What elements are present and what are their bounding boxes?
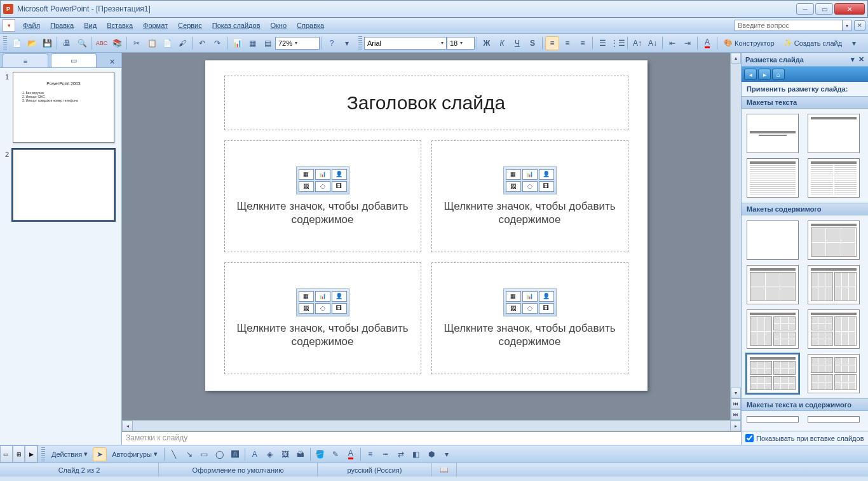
line-tool[interactable]: ╲ xyxy=(167,447,181,461)
layout-title-two-text[interactable] xyxy=(808,158,860,198)
copy-button[interactable]: 📋 xyxy=(145,36,159,50)
toolbar-options-button-2[interactable]: ▾ xyxy=(847,36,861,50)
increase-font-button[interactable]: A↑ xyxy=(630,36,644,50)
taskpane-forward-button[interactable]: ▸ xyxy=(758,69,771,80)
minimize-button[interactable]: ─ xyxy=(796,3,814,15)
status-language[interactable]: русский (Россия) xyxy=(318,463,432,477)
toolbar-grip[interactable] xyxy=(3,36,7,50)
prev-slide-button[interactable]: ⏮ xyxy=(731,398,741,409)
taskpane-back-button[interactable]: ◂ xyxy=(744,69,757,80)
horizontal-scrollbar[interactable]: ◂ ▸ xyxy=(122,420,741,431)
content-icon-palette[interactable]: ▦📊👤🖼◌🎞 xyxy=(296,166,349,194)
layout-text-content-1[interactable] xyxy=(747,416,799,423)
shadow-style-button[interactable]: ◧ xyxy=(409,447,423,461)
dash-style-button[interactable]: ┅ xyxy=(379,447,393,461)
picture-button[interactable]: 🏔 xyxy=(294,447,308,461)
menu-view[interactable]: Вид xyxy=(79,20,102,31)
shadow-button[interactable]: S xyxy=(526,36,539,50)
close-button[interactable]: ✕ xyxy=(834,3,865,15)
decrease-font-button[interactable]: A↓ xyxy=(646,36,660,50)
layout-title-text[interactable] xyxy=(747,158,799,198)
cut-button[interactable]: ✂ xyxy=(130,36,144,50)
slide-thumbnail-2[interactable] xyxy=(13,149,114,220)
layout-title-slide[interactable] xyxy=(747,114,799,153)
actions-menu[interactable]: Действия▾ xyxy=(47,447,92,461)
scroll-track-h[interactable] xyxy=(133,421,730,431)
scroll-track[interactable] xyxy=(731,64,741,388)
content-placeholder-1[interactable]: ▦📊👤🖼◌🎞 Щелкните значок, чтобы добавить с… xyxy=(224,140,421,252)
fill-color-button[interactable]: 🪣 xyxy=(313,447,327,461)
document-close-button[interactable]: ✕ xyxy=(854,20,865,30)
clipart-button[interactable]: 🖼 xyxy=(278,447,292,461)
status-spellcheck-icon[interactable]: 📖 xyxy=(432,463,457,477)
toolbar-options-button-3[interactable]: ▾ xyxy=(440,447,454,461)
title-placeholder[interactable]: Заголовок слайда xyxy=(224,76,628,130)
bullet-list-button[interactable]: ⋮☰ xyxy=(611,36,625,50)
underline-button[interactable]: Ч xyxy=(510,36,524,50)
insert-chart-button[interactable]: 📊 xyxy=(230,36,244,50)
layout-gallery[interactable]: Макеты текста Макеты содержимого Макеты … xyxy=(742,96,868,431)
italic-button[interactable]: К xyxy=(495,36,509,50)
vertical-scrollbar[interactable]: ▴ ▾ ⏮ ⏭ xyxy=(730,53,741,420)
increase-indent-button[interactable]: ⇥ xyxy=(681,36,695,50)
tables-borders-button[interactable]: ▤ xyxy=(261,36,275,50)
content-icon-palette[interactable]: ▦📊👤🖼◌🎞 xyxy=(503,288,557,316)
menu-file[interactable]: Файл xyxy=(18,20,45,31)
arrow-style-button[interactable]: ⇄ xyxy=(394,447,408,461)
slideshow-view-button[interactable]: ▶ xyxy=(25,445,37,463)
menu-edit[interactable]: Правка xyxy=(45,20,79,31)
scroll-up-button[interactable]: ▴ xyxy=(731,53,741,64)
spellcheck-button[interactable]: ABC xyxy=(95,36,109,50)
align-left-button[interactable]: ≡ xyxy=(545,36,559,50)
normal-view-button[interactable]: ▭ xyxy=(0,445,13,463)
numbered-list-button[interactable]: ☰ xyxy=(595,36,609,50)
menu-window[interactable]: Окно xyxy=(266,20,292,31)
layout-four-content[interactable] xyxy=(808,354,860,393)
research-button[interactable]: 📚 xyxy=(110,36,124,50)
save-button[interactable]: 💾 xyxy=(40,36,54,50)
content-placeholder-4[interactable]: ▦📊👤🖼◌🎞 Щелкните значок, чтобы добавить с… xyxy=(431,262,628,374)
textbox-tool[interactable]: 🅰 xyxy=(228,447,242,461)
layout-title-only[interactable] xyxy=(808,114,860,153)
menu-insert[interactable]: Вставка xyxy=(102,20,138,31)
menu-slideshow[interactable]: Показ слайдов xyxy=(207,20,266,31)
slide-thumbnail-1[interactable]: PowerPoint 2003 1. Без вирусов 2. Импорт… xyxy=(13,72,114,143)
taskpane-home-button[interactable]: ⌂ xyxy=(772,69,785,80)
scroll-left-button[interactable]: ◂ xyxy=(122,421,133,431)
toolbar-grip-2[interactable] xyxy=(358,36,362,50)
next-slide-button[interactable]: ⏭ xyxy=(731,409,741,420)
toolbar-options-button[interactable]: ▾ xyxy=(340,36,354,50)
layout-text-content-2[interactable] xyxy=(808,416,860,423)
content-placeholder-2[interactable]: ▦📊👤🖼◌🎞 Щелкните значок, чтобы добавить с… xyxy=(431,140,628,252)
paste-button[interactable]: 📄 xyxy=(160,36,174,50)
3d-style-button[interactable]: ⬢ xyxy=(424,447,438,461)
font-color-button[interactable]: A xyxy=(700,36,714,50)
menu-tools[interactable]: Сервис xyxy=(173,20,207,31)
print-preview-button[interactable]: 🔍 xyxy=(75,36,89,50)
current-slide[interactable]: Заголовок слайда ▦📊👤🖼◌🎞 Щелкните значок,… xyxy=(205,60,648,391)
decrease-indent-button[interactable]: ⇤ xyxy=(665,36,679,50)
layout-title-content-vertical[interactable] xyxy=(747,265,799,304)
scroll-right-button[interactable]: ▸ xyxy=(730,421,741,431)
taskpane-close-button[interactable]: ✕ xyxy=(858,55,864,64)
outline-tab[interactable]: ≡ xyxy=(3,53,48,67)
show-on-insert-checkbox[interactable] xyxy=(745,434,754,442)
slide-canvas[interactable]: Заголовок слайда ▦📊👤🖼◌🎞 Щелкните значок,… xyxy=(122,53,730,420)
font-size-combo[interactable]: 18▾ xyxy=(447,37,475,50)
toolbar-grip-3[interactable] xyxy=(41,447,45,461)
insert-table-button[interactable]: ▦ xyxy=(245,36,259,50)
menu-format[interactable]: Формат xyxy=(138,20,173,31)
line-style-button[interactable]: ≡ xyxy=(363,447,377,461)
layout-title-content[interactable] xyxy=(808,220,860,260)
bold-button[interactable]: Ж xyxy=(480,36,494,50)
help-question-input[interactable] xyxy=(735,20,843,31)
format-painter-button[interactable]: 🖌 xyxy=(175,36,189,50)
undo-button[interactable]: ↶ xyxy=(195,36,209,50)
diagram-button[interactable]: ◈ xyxy=(263,447,277,461)
layout-title-four-content[interactable] xyxy=(747,354,799,393)
help-button[interactable]: ? xyxy=(325,36,339,50)
slides-tab[interactable]: ▭ xyxy=(51,53,97,67)
help-question-dropdown[interactable]: ▾ xyxy=(843,20,851,31)
taskpane-menu-button[interactable]: ▾ xyxy=(851,55,855,64)
scroll-down-button[interactable]: ▾ xyxy=(731,388,741,398)
